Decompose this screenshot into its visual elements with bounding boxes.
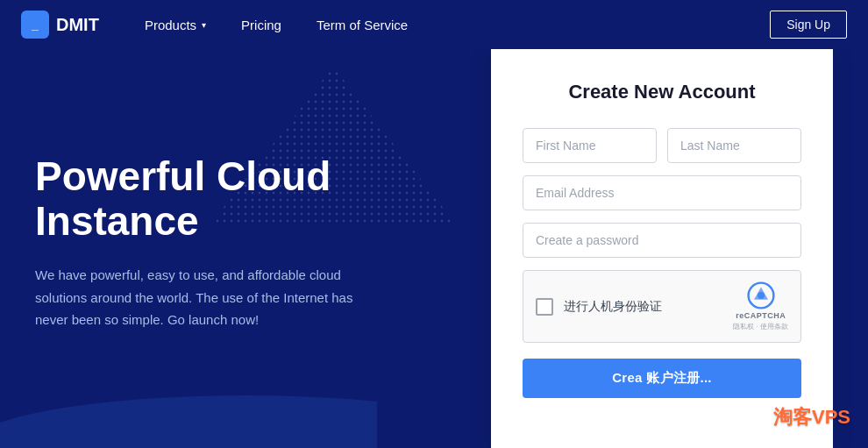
products-chevron-icon: ▾ — [202, 20, 206, 30]
email-input[interactable] — [523, 175, 801, 210]
password-input[interactable] — [523, 223, 801, 258]
name-row — [523, 128, 801, 163]
recaptcha-checkbox[interactable] — [536, 298, 553, 316]
hero-form-area: Create New Account 进行人机身份验证 — [491, 49, 868, 448]
hero-description: We have powerful, easy to use, and affor… — [35, 264, 368, 331]
hero-section: Powerful Cloud Instance We have powerful… — [0, 49, 868, 448]
recaptcha-left: 进行人机身份验证 — [536, 298, 662, 316]
first-name-input[interactable] — [523, 128, 657, 163]
recaptcha-brand-label: reCAPTCHA — [736, 311, 786, 320]
email-group — [523, 175, 801, 210]
create-account-button[interactable]: Crea 账户注册... — [523, 359, 801, 398]
password-group — [523, 223, 801, 258]
register-title: Create New Account — [523, 81, 801, 103]
recaptcha-branding: reCAPTCHA 隐私权 · 使用条款 — [733, 281, 788, 331]
site-logo[interactable]: _ DMIT — [21, 11, 99, 39]
recaptcha-widget[interactable]: 进行人机身份验证 reCAPTCHA 隐私权 · 使用条款 — [523, 270, 801, 343]
recaptcha-logo-icon — [747, 281, 775, 309]
recaptcha-privacy-text: 隐私权 · 使用条款 — [733, 322, 788, 331]
nav-products[interactable]: Products ▾ — [127, 0, 224, 49]
last-name-input[interactable] — [667, 128, 801, 163]
nav-pricing[interactable]: Pricing — [224, 0, 299, 49]
hero-title: Powerful Cloud Instance — [35, 154, 456, 243]
register-card: Create New Account 进行人机身份验证 — [491, 49, 833, 448]
navbar: _ DMIT Products ▾ Pricing Term of Servic… — [0, 0, 868, 49]
svg-point-5 — [758, 292, 765, 299]
nav-terms[interactable]: Term of Service — [299, 0, 425, 49]
navbar-right: Sign Up — [770, 11, 847, 39]
recaptcha-label-text: 进行人机身份验证 — [564, 299, 662, 315]
logo-text: DMIT — [56, 15, 99, 35]
hero-content: Powerful Cloud Instance We have powerful… — [0, 49, 491, 448]
logo-icon: _ — [21, 11, 49, 39]
main-nav: Products ▾ Pricing Term of Service — [127, 0, 770, 49]
signup-button[interactable]: Sign Up — [770, 11, 847, 39]
